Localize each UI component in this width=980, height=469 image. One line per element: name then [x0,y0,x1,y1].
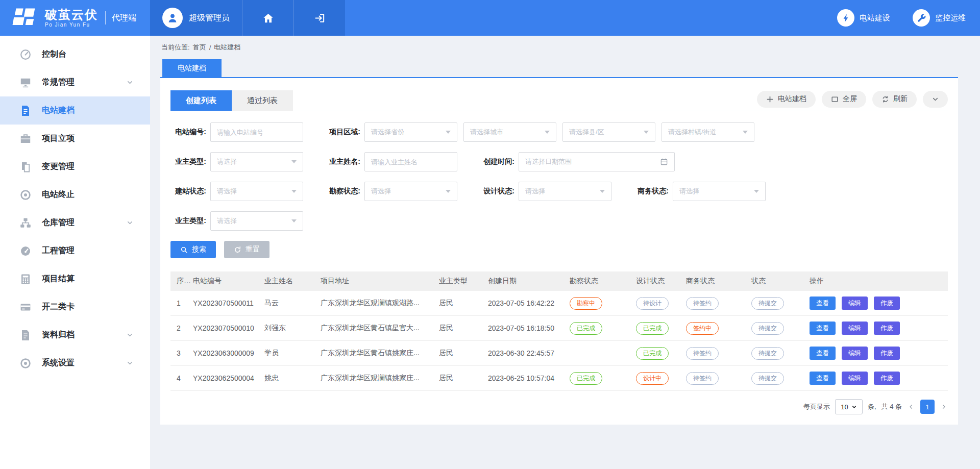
dropdown-caret-icon [644,131,649,134]
toolbar-button-label: 全屏 [843,94,857,104]
cell-owner: 马云 [264,299,321,308]
sidebar-item[interactable]: 仓库管理 [0,209,150,237]
cell-business-status: 签约中 [686,322,751,335]
view-button[interactable]: 查看 [810,322,836,335]
filter-select[interactable]: 请选择省份 [364,122,457,142]
select-placeholder: 请选择城市 [470,128,503,137]
toolbar-button[interactable] [923,91,948,108]
table-header: 序号电站编号业主姓名项目地址业主类型创建日期勘察状态设计状态商务状态状态操作 [170,271,948,291]
cell-design-status: 已完成 [636,347,686,360]
list-tab[interactable]: 创建列表 [170,90,232,111]
filter-row: 建站状态:请选择勘察状态:请选择设计状态:请选择商务状态:请选择 [170,182,948,201]
logo-divider [105,11,106,24]
filter-select[interactable]: 请选择 [210,182,303,201]
filter-input[interactable] [364,152,457,171]
cell-code: YX2023063000009 [193,349,264,357]
filter-select[interactable]: 请选择 [364,182,457,201]
breadcrumb-home[interactable]: 首页 [193,43,206,52]
toolbar-button[interactable]: 刷新 [872,91,917,108]
edit-button[interactable]: 编辑 [842,297,868,310]
cell-owner: 刘强东 [264,324,321,333]
cell-survey-status: 已完成 [570,372,636,385]
table-row: 4YX2023062500004姚忠广东深圳龙华区观澜镇姚家庄...居民2023… [170,366,948,391]
logout-icon [314,12,326,24]
sidebar-item-label: 仓库管理 [42,217,126,228]
user-menu[interactable]: 超级管理员 [150,0,242,36]
nav-monitor-ops[interactable]: 监控运维 [913,0,966,36]
sidebar-item[interactable]: 电站终止 [0,181,150,209]
nav-station-construction[interactable]: 电站建设 [837,0,890,36]
page-tab-station-archive[interactable]: 电站建档 [162,59,222,77]
select-placeholder: 请选择 [679,187,699,196]
column-header: 电站编号 [193,277,264,286]
status-badge: 待提交 [751,297,784,310]
dropdown-caret-icon [446,190,451,193]
list-tab[interactable]: 通过列表 [232,90,293,111]
logout-button[interactable] [293,0,345,36]
sidebar-item[interactable]: 项目结算 [0,265,150,293]
avatar [162,8,183,28]
edit-button[interactable]: 编辑 [842,372,868,385]
sidebar-item[interactable]: 系统设置 [0,349,150,377]
cell-no: 3 [170,349,193,357]
dropdown-caret-icon [291,219,297,223]
edit-button[interactable]: 编辑 [842,347,868,360]
sidebar-item[interactable]: 项目立项 [0,125,150,153]
filter-label: 设计状态: [479,187,514,196]
toolbar-button[interactable]: 电站建档 [757,91,816,108]
edit-button[interactable]: 编辑 [842,322,868,335]
filter-select[interactable]: 请选择县/区 [562,122,655,142]
chevron-down-icon [126,359,134,367]
cell-address: 广东深圳龙华区观澜镇观湖路... [321,299,439,308]
sidebar-item[interactable]: 工程管理 [0,237,150,265]
filter-group: 建站状态:请选择 [170,182,303,201]
cell-address: 广东深圳龙华区黄石镇星官大... [321,324,439,333]
view-button[interactable]: 查看 [810,372,836,385]
filter-select[interactable]: 请选择 [519,182,611,201]
toolbar-button[interactable]: 全屏 [822,91,866,108]
column-header: 序号 [170,277,193,286]
per-page-select[interactable]: 10 [835,399,863,414]
void-button[interactable]: 作废 [874,297,900,310]
filter-group: 请选择村镇/街道 [662,122,754,142]
sidebar-item[interactable]: 开二类卡 [0,293,150,321]
void-button[interactable]: 作废 [874,322,900,335]
sidebar-item[interactable]: 常规管理 [0,68,150,96]
toolbar-button-label: 电站建档 [778,94,806,104]
next-page-button[interactable] [940,403,948,411]
cell-owner_type: 居民 [439,299,488,308]
reset-button[interactable]: 重置 [224,241,270,258]
sidebar-item[interactable]: 电站建档 [0,96,150,125]
breadcrumb-prefix: 当前位置: [161,43,190,52]
breadcrumb-current[interactable]: 电站建档 [214,43,240,52]
page-number-1[interactable]: 1 [920,400,935,414]
filter-group: 业主类型:请选择 [170,211,303,231]
card-icon [19,301,32,313]
breadcrumb: 当前位置: 首页 / 电站建档 [160,36,958,59]
portal-label: 代理端 [112,13,136,23]
chevron-down-icon [126,219,134,227]
filter-select[interactable]: 请选择 [210,152,303,171]
date-range-input[interactable]: 请选择日期范围 [519,152,675,171]
sidebar-item[interactable]: 控制台 [0,40,150,68]
filter-select[interactable]: 请选择 [210,211,303,231]
sidebar-item-label: 变更管理 [42,161,134,172]
main-content: 当前位置: 首页 / 电站建档 电站建档 创建列表通过列表电站建档全屏刷新 电站… [150,36,980,469]
filter-select[interactable]: 请选择 [673,182,766,201]
cell-actions: 查看编辑作废 [810,347,948,360]
void-button[interactable]: 作废 [874,372,900,385]
filter-select[interactable]: 请选择城市 [463,122,556,142]
sidebar-item[interactable]: 资料归档 [0,321,150,349]
home-button[interactable] [242,0,293,36]
sidebar-item[interactable]: 变更管理 [0,153,150,181]
top-header: 破茧云伏 Po Jian Yun Fu 代理端 超级管理员 电站建设 监控运维 [0,0,980,36]
column-header: 业主姓名 [264,277,321,286]
void-button[interactable]: 作废 [874,347,900,360]
filter-group: 业主类型:请选择 [170,152,303,171]
filter-input[interactable] [210,122,303,142]
filter-select[interactable]: 请选择村镇/街道 [662,122,754,142]
prev-page-button[interactable] [907,403,915,411]
view-button[interactable]: 查看 [810,347,836,360]
search-button[interactable]: 搜索 [170,241,216,258]
view-button[interactable]: 查看 [810,297,836,310]
